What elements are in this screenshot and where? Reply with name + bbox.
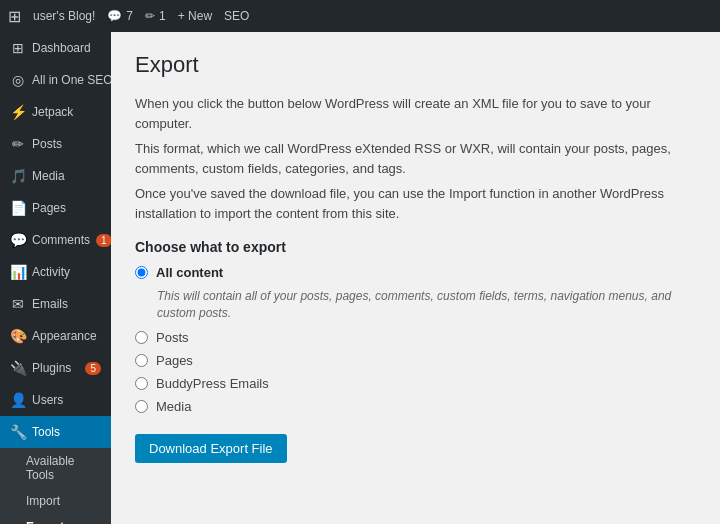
submenu-available-tools[interactable]: Available Tools xyxy=(0,448,111,488)
radio-buddypress-emails[interactable]: BuddyPress Emails xyxy=(135,376,696,391)
export-options: All content This will contain all of you… xyxy=(135,265,696,414)
admin-bar: ⊞ user's Blog! 💬 7 ✏ 1 + New SEO xyxy=(0,0,720,32)
radio-pages-label: Pages xyxy=(156,353,193,368)
submenu-import[interactable]: Import xyxy=(0,488,111,514)
sidebar-item-comments[interactable]: 💬 Comments 1 xyxy=(0,224,111,256)
emails-icon: ✉ xyxy=(10,296,26,312)
sidebar-item-label: Comments xyxy=(32,233,90,247)
users-icon: 👤 xyxy=(10,392,26,408)
sidebar-item-tools[interactable]: 🔧 Tools xyxy=(0,416,111,448)
admin-bar-seo[interactable]: SEO xyxy=(224,9,249,23)
sidebar-item-emails[interactable]: ✉ Emails xyxy=(0,288,111,320)
sidebar-item-label: Pages xyxy=(32,201,101,215)
radio-media[interactable]: Media xyxy=(135,399,696,414)
sidebar-item-all-in-one-seo[interactable]: ◎ All in One SEO xyxy=(0,64,111,96)
sidebar-item-jetpack[interactable]: ⚡ Jetpack xyxy=(0,96,111,128)
sidebar-item-dashboard[interactable]: ⊞ Dashboard xyxy=(0,32,111,64)
admin-bar-new[interactable]: + New xyxy=(178,9,212,23)
seo-icon: ◎ xyxy=(10,72,26,88)
sidebar-item-label: Users xyxy=(32,393,101,407)
sidebar-item-pages[interactable]: 📄 Pages xyxy=(0,192,111,224)
dashboard-icon: ⊞ xyxy=(10,40,26,56)
section-title: Choose what to export xyxy=(135,239,696,255)
comments-badge: 1 xyxy=(96,234,111,247)
wp-logo[interactable]: ⊞ xyxy=(8,7,21,26)
tools-icon: 🔧 xyxy=(10,424,26,440)
radio-buddypress-emails-input[interactable] xyxy=(135,377,148,390)
comments-icon: 💬 xyxy=(10,232,26,248)
radio-buddypress-emails-label: BuddyPress Emails xyxy=(156,376,269,391)
radio-pages-input[interactable] xyxy=(135,354,148,367)
sidebar-item-label: Jetpack xyxy=(32,105,101,119)
submenu-export[interactable]: Export xyxy=(0,514,111,524)
sidebar-item-media[interactable]: 🎵 Media xyxy=(0,160,111,192)
radio-pages[interactable]: Pages xyxy=(135,353,696,368)
radio-all-content-input[interactable] xyxy=(135,266,148,279)
main-content: Export When you click the button below W… xyxy=(111,32,720,524)
media-icon: 🎵 xyxy=(10,168,26,184)
radio-media-input[interactable] xyxy=(135,400,148,413)
posts-icon: ✏ xyxy=(10,136,26,152)
description-3: Once you've saved the download file, you… xyxy=(135,184,696,223)
description-1: When you click the button below WordPres… xyxy=(135,94,696,133)
radio-all-content[interactable]: All content xyxy=(135,265,696,280)
radio-posts[interactable]: Posts xyxy=(135,330,696,345)
description-block: When you click the button below WordPres… xyxy=(135,94,696,223)
sidebar-item-label: Posts xyxy=(32,137,101,151)
radio-posts-input[interactable] xyxy=(135,331,148,344)
plugins-icon: 🔌 xyxy=(10,360,26,376)
sidebar-item-label: Appearance xyxy=(32,329,101,343)
admin-bar-comments[interactable]: 💬 7 xyxy=(107,9,133,23)
sidebar-item-label: Dashboard xyxy=(32,41,101,55)
sidebar-item-label: Tools xyxy=(32,425,101,439)
sidebar-item-appearance[interactable]: 🎨 Appearance xyxy=(0,320,111,352)
sidebar-item-users[interactable]: 👤 Users xyxy=(0,384,111,416)
activity-icon: 📊 xyxy=(10,264,26,280)
download-export-button[interactable]: Download Export File xyxy=(135,434,287,463)
sidebar-item-label: Emails xyxy=(32,297,101,311)
plugins-badge: 5 xyxy=(85,362,101,375)
description-2: This format, which we call WordPress eXt… xyxy=(135,139,696,178)
sidebar-item-plugins[interactable]: 🔌 Plugins 5 xyxy=(0,352,111,384)
sidebar: ⊞ Dashboard ◎ All in One SEO ⚡ Jetpack ✏… xyxy=(0,32,111,524)
admin-bar-edit[interactable]: ✏ 1 xyxy=(145,9,166,23)
radio-posts-label: Posts xyxy=(156,330,189,345)
radio-media-label: Media xyxy=(156,399,191,414)
sidebar-item-label: Plugins xyxy=(32,361,79,375)
admin-bar-site-name[interactable]: user's Blog! xyxy=(33,9,95,23)
appearance-icon: 🎨 xyxy=(10,328,26,344)
main-layout: ⊞ Dashboard ◎ All in One SEO ⚡ Jetpack ✏… xyxy=(0,32,720,524)
sidebar-item-label: All in One SEO xyxy=(32,73,111,87)
radio-all-content-label: All content xyxy=(156,265,223,280)
pages-icon: 📄 xyxy=(10,200,26,216)
jetpack-icon: ⚡ xyxy=(10,104,26,120)
sidebar-item-label: Activity xyxy=(32,265,101,279)
sidebar-item-posts[interactable]: ✏ Posts xyxy=(0,128,111,160)
radio-all-content-desc: This will contain all of your posts, pag… xyxy=(157,288,696,322)
tools-submenu: Available Tools Import Export BuddyPress… xyxy=(0,448,111,524)
sidebar-item-label: Media xyxy=(32,169,101,183)
sidebar-item-activity[interactable]: 📊 Activity xyxy=(0,256,111,288)
page-title: Export xyxy=(135,52,696,78)
